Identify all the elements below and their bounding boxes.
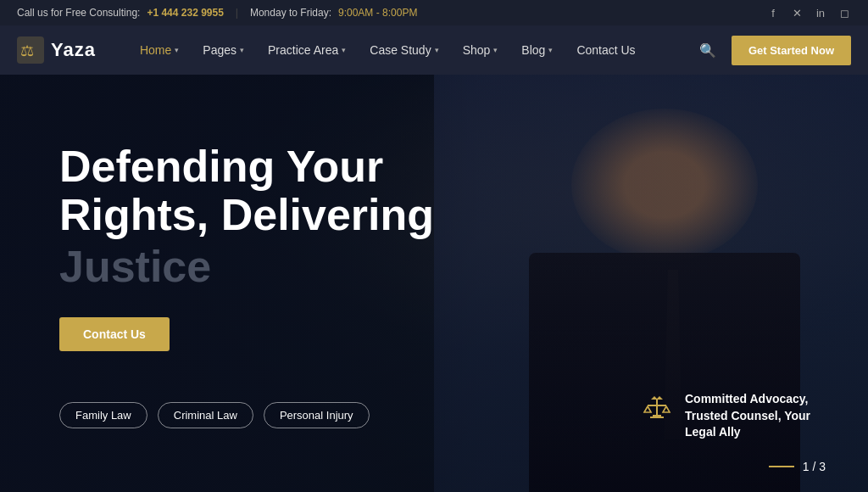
chevron-down-icon: ▾ bbox=[240, 46, 244, 54]
chevron-down-icon: ▾ bbox=[548, 46, 553, 54]
facebook-icon[interactable]: f bbox=[766, 6, 780, 20]
hero-content: Defending Your Rights, Delivering Justic… bbox=[59, 143, 434, 428]
logo-icon: ⚖ bbox=[17, 36, 44, 64]
phone-number[interactable]: +1 444 232 9955 bbox=[147, 7, 223, 19]
svg-rect-2 bbox=[656, 400, 658, 415]
chevron-down-icon: ▾ bbox=[493, 46, 498, 54]
slide-number: 1 / 3 bbox=[803, 460, 826, 473]
top-bar-contact: Call us for Free Consulting: +1 444 232 … bbox=[17, 7, 417, 19]
schedule-label: Monday to Friday: bbox=[250, 7, 331, 19]
logo-text: Yaza bbox=[51, 39, 96, 61]
call-label: Call us for Free Consulting: bbox=[17, 7, 140, 19]
separator: | bbox=[236, 7, 238, 19]
tag-criminal-law[interactable]: Criminal Law bbox=[158, 402, 253, 428]
tag-personal-injury[interactable]: Personal Injury bbox=[264, 402, 370, 428]
navbar: ⚖ Yaza Home ▾ Pages ▾ Practice Area ▾ Ca… bbox=[0, 25, 868, 75]
scales-icon bbox=[639, 393, 675, 436]
svg-line-5 bbox=[648, 406, 651, 412]
nav-item-contact[interactable]: Contact Us bbox=[566, 36, 645, 64]
chevron-down-icon: ▾ bbox=[175, 46, 179, 54]
top-bar: Call us for Free Consulting: +1 444 232 … bbox=[0, 0, 868, 25]
badge-text: Committed Advocacy, Trusted Counsel, You… bbox=[685, 391, 826, 441]
hero-tags: Family Law Criminal Law Personal Injury bbox=[59, 402, 434, 428]
nav-item-case-study[interactable]: Case Study ▾ bbox=[359, 36, 448, 64]
logo[interactable]: ⚖ Yaza bbox=[17, 36, 96, 64]
svg-line-6 bbox=[663, 406, 666, 412]
svg-rect-8 bbox=[653, 415, 661, 417]
search-icon: 🔍 bbox=[699, 43, 716, 58]
slide-counter: 1 / 3 bbox=[769, 460, 826, 473]
business-hours: 9:00AM - 8:00PM bbox=[338, 7, 417, 19]
x-twitter-icon[interactable]: ✕ bbox=[790, 6, 804, 20]
get-started-button[interactable]: Get Started Now bbox=[732, 36, 851, 65]
search-button[interactable]: 🔍 bbox=[694, 37, 721, 64]
social-links: f ✕ in ◻ bbox=[766, 6, 851, 20]
hero-title-line1: Defending Your Rights, Delivering bbox=[59, 143, 434, 239]
nav-right: 🔍 Get Started Now bbox=[694, 36, 851, 65]
svg-text:⚖: ⚖ bbox=[20, 42, 34, 59]
svg-rect-3 bbox=[648, 405, 666, 406]
svg-rect-9 bbox=[650, 417, 664, 418]
chevron-down-icon: ▾ bbox=[342, 46, 346, 54]
linkedin-icon[interactable]: in bbox=[814, 6, 827, 20]
nav-item-blog[interactable]: Blog ▾ bbox=[511, 36, 563, 64]
slide-line bbox=[769, 466, 794, 467]
instagram-icon[interactable]: ◻ bbox=[837, 6, 851, 20]
hero-title-muted: Justice bbox=[59, 243, 434, 291]
hero-section: Defending Your Rights, Delivering Justic… bbox=[0, 75, 868, 492]
chevron-down-icon: ▾ bbox=[435, 46, 439, 54]
nav-item-pages[interactable]: Pages ▾ bbox=[192, 36, 254, 64]
svg-line-4 bbox=[644, 406, 648, 412]
hero-badge: Committed Advocacy, Trusted Counsel, You… bbox=[639, 391, 826, 441]
tag-family-law[interactable]: Family Law bbox=[59, 402, 147, 428]
nav-item-home[interactable]: Home ▾ bbox=[130, 36, 189, 64]
nav-links: Home ▾ Pages ▾ Practice Area ▾ Case Stud… bbox=[130, 36, 694, 64]
nav-item-practice[interactable]: Practice Area ▾ bbox=[258, 36, 356, 64]
hero-cta-button[interactable]: Contact Us bbox=[59, 317, 170, 351]
svg-line-7 bbox=[666, 406, 670, 412]
nav-item-shop[interactable]: Shop ▾ bbox=[453, 36, 509, 64]
